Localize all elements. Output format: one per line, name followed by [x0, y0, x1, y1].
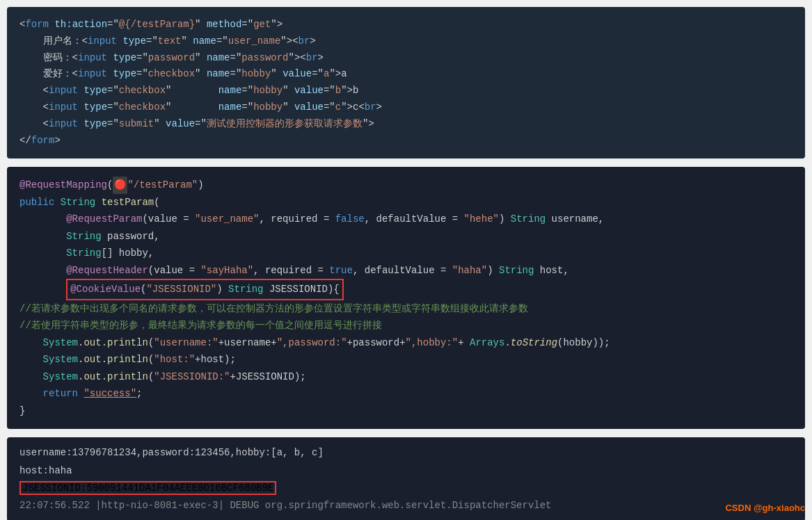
console-line-4: 22:07:56.522 |http-nio-8081-exec-3| DEBU…: [19, 497, 793, 514]
code-line-4: 爱好：<input type="checkbox" name="hobby" v…: [19, 66, 793, 83]
code-line-3: 密码：<input type="password" name="password…: [19, 50, 793, 67]
console-line-1: username:13796781234,password:123456,hob…: [19, 444, 793, 462]
java-line-6: @RequestHeader(value = "sayHaha", requir…: [19, 262, 793, 279]
java-line-5: String[] hobby,: [19, 245, 793, 262]
java-line-7: @CookieValue("JSESSIONID") String JSESSI…: [19, 279, 793, 300]
code-line-2: 用户名：<input type="text" name="user_name">…: [19, 33, 793, 50]
java-line-4: String password,: [19, 228, 793, 245]
code-line-8: </form>: [19, 133, 793, 149]
java-line-1: @RequestMapping(🔴"/testParam"): [19, 177, 793, 194]
html-code-block: <form th:action="@{/testParam}" method="…: [7, 7, 805, 159]
code-line-5: <input type="checkbox" name="hobby" valu…: [19, 83, 793, 99]
java-line-13: return "success";: [19, 385, 793, 403]
java-line-3: @RequestParam(value = "user_name", requi…: [19, 211, 793, 228]
code-line-7: <input type="submit" value="测试使用控制器的形参获取…: [19, 116, 793, 133]
console-line-3: JSESSIONID:590091441DA1F04AEEE0D16BCF680…: [19, 480, 793, 497]
java-line-2: public String testParam(: [19, 194, 793, 211]
console-line-2: host:haha: [19, 462, 793, 480]
code-line-6: <input type="checkbox" name="hobby" valu…: [19, 99, 793, 116]
java-code-block: @RequestMapping(🔴"/testParam") public St…: [7, 167, 805, 429]
java-line-9: //若使用字符串类型的形参，最终结果为请求参数的每一个值之间使用逗号进行拼接: [19, 317, 793, 334]
java-line-11: System.out.println("host:"+host);: [19, 351, 793, 368]
code-line-1: <form th:action="@{/testParam}" method="…: [19, 17, 793, 33]
console-output-block: username:13796781234,password:123456,hob…: [7, 437, 805, 520]
java-line-8: //若请求参数中出现多个同名的请求参数，可以在控制器方法的形参位置设置字符串类型…: [19, 300, 793, 318]
jsessionid-highlight: JSESSIONID:590091441DA1F04AEEE0D16BCF680…: [19, 481, 276, 495]
java-line-14: }: [19, 403, 793, 420]
csdn-watermark: CSDN @gh-xiaohc: [725, 503, 805, 513]
java-line-12: System.out.println("JSESSIONID:"+JSESSIO…: [19, 368, 793, 386]
java-line-10: System.out.println("username:"+username+…: [19, 334, 793, 352]
